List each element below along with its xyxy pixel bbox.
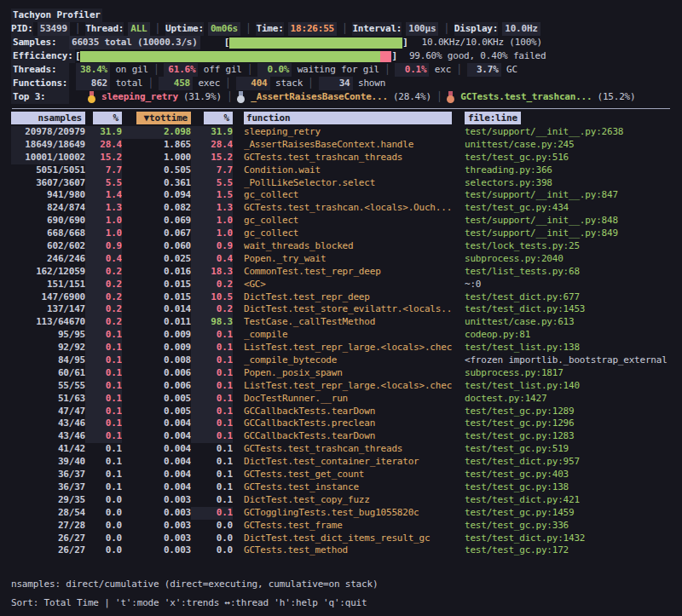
nsamples-cell: 26/27 <box>11 544 85 557</box>
table-row[interactable]: 95/95 0.1 0.009 0.1 _compile codeop.py:8… <box>11 329 671 342</box>
direct-percent-cell: 28.4 <box>85 139 122 152</box>
table-row[interactable]: 690/690 1.0 0.069 1.0 gc_collect test/su… <box>11 215 671 227</box>
table-row[interactable]: 36/37 0.1 0.004 0.1 GCTests.test_get_cou… <box>11 469 671 481</box>
table-row[interactable]: 941/980 1.4 0.094 1.5 gc_collect test/su… <box>11 189 671 202</box>
tottime-cell: 0.005 <box>122 406 191 418</box>
table-row[interactable]: 47/47 0.1 0.005 0.1 GCCallbackTests.tear… <box>11 406 671 418</box>
table-row[interactable]: 60/61 0.1 0.006 0.1 Popen._posix_spawn s… <box>11 367 671 380</box>
table-header: nsamples % ▼tottime % function file:line <box>11 112 671 126</box>
table-row[interactable]: 84/95 0.1 0.008 0.1 _compile_bytecode <f… <box>11 354 671 367</box>
table-row[interactable]: 668/668 1.0 0.067 1.0 gc_collect test/su… <box>11 227 671 240</box>
column-header-function[interactable]: function <box>244 112 452 126</box>
table-row[interactable]: 26/27 0.0 0.003 0.0 GCTests.test_method … <box>11 544 671 557</box>
table-row[interactable]: 20978/20979 31.9 2.098 31.9 sleeping_ret… <box>11 126 671 139</box>
file-line-cell: test/test_gc.py:1289 <box>465 406 671 418</box>
nsamples-cell: 95/95 <box>11 329 85 342</box>
thread-stat-value: 0.0% <box>257 63 292 77</box>
column-header-cumulative-percent[interactable]: % <box>191 112 233 126</box>
functions-line: Functions: 862 total │ 458 exec │ 404 st… <box>11 77 671 90</box>
function-name-cell: GCTests.test_method <box>244 544 452 557</box>
table-row[interactable]: 246/246 0.4 0.025 0.4 Popen._try_wait su… <box>11 253 671 266</box>
function-stat-text: exec <box>193 78 220 89</box>
nsamples-cell: 43/46 <box>11 417 85 430</box>
cumulative-percent-cell: 15.2 <box>191 152 233 164</box>
nsamples-cell: 10001/10002 <box>11 152 85 164</box>
table-row[interactable]: 137/147 0.2 0.014 0.2 DictTest.test_stor… <box>11 303 671 316</box>
table-row[interactable]: 43/46 0.1 0.004 0.1 GCCallbackTests.prec… <box>11 417 671 430</box>
threads-label: Threads: <box>11 63 69 77</box>
tottime-cell: 0.009 <box>122 329 191 342</box>
table-row[interactable]: 43/46 0.1 0.004 0.1 GCCallbackTests.tear… <box>11 430 671 443</box>
cumulative-percent-cell: 0.1 <box>191 443 233 456</box>
tottime-cell: 0.005 <box>122 393 191 406</box>
table-row[interactable]: 10001/10002 15.2 1.000 15.2 GCTests.test… <box>11 152 671 164</box>
table-row[interactable]: 27/28 0.0 0.003 0.0 GCTests.test_frame t… <box>11 520 671 533</box>
table-row[interactable]: 824/874 1.3 0.082 1.3 GCTests.test_trash… <box>11 202 671 215</box>
tottime-cell: 0.016 <box>122 266 191 279</box>
table-row[interactable]: 602/602 0.9 0.060 0.9 wait_threads_block… <box>11 240 671 253</box>
table-row[interactable]: 151/151 0.2 0.015 0.2 <GC> ~:0 <box>11 279 671 291</box>
info-value: 53499 <box>38 22 70 36</box>
column-header-nsamples[interactable]: nsamples <box>11 112 85 126</box>
info-value: 10.0Hz <box>502 22 540 36</box>
function-name-cell: GCTogglingTests.test_bug1055820c <box>244 507 452 520</box>
column-header-file-line[interactable]: file:line <box>465 112 671 126</box>
table-row[interactable]: 147/6900 0.2 0.015 10.5 DictTest.test_re… <box>11 291 671 304</box>
thread-stat-value: 38.4% <box>76 63 110 77</box>
table-row[interactable]: 92/92 0.1 0.009 0.1 ListTest.test_repr_l… <box>11 342 671 354</box>
column-header-direct-percent[interactable]: % <box>85 112 122 126</box>
table-row[interactable]: 18649/18649 28.4 1.865 28.4 _AssertRaise… <box>11 139 671 152</box>
table-row[interactable]: 55/55 0.1 0.006 0.1 ListTest.test_repr_l… <box>11 380 671 393</box>
function-stat-value: 862 <box>76 77 110 90</box>
column-header-tottime-sorted[interactable]: ▼tottime <box>122 112 191 126</box>
cumulative-percent-cell: 31.9 <box>191 126 233 139</box>
info-item: Time: 18:26:55 │ <box>256 22 352 36</box>
direct-percent-cell: 0.4 <box>85 253 122 266</box>
file-line-cell: test/support/__init__.py:849 <box>465 227 671 240</box>
direct-percent-cell: 0.1 <box>85 354 122 367</box>
table-row[interactable]: 28/54 0.0 0.003 0.1 GCTogglingTests.test… <box>11 507 671 520</box>
direct-percent-cell: 0.0 <box>85 507 122 520</box>
table-row[interactable]: 113/64670 0.2 0.011 98.3 TestCase._callT… <box>11 316 671 329</box>
nsamples-cell: 84/95 <box>11 354 85 367</box>
table-row[interactable]: 51/63 0.1 0.005 0.1 DocTestRunner.__run … <box>11 393 671 406</box>
function-name-cell: <GC> <box>244 279 452 291</box>
threads-line: Threads: 38.4% on gil │ 61.6% off gil │ … <box>11 63 671 77</box>
table-row[interactable]: 26/27 0.0 0.003 0.0 DictTest.test_dict_i… <box>11 533 671 545</box>
file-line-cell: test/test_gc.py:138 <box>465 481 671 494</box>
function-name-cell: _compile_bytecode <box>244 354 452 367</box>
function-stat: 862 total <box>76 77 143 90</box>
efficiency-failed-segment <box>380 51 391 62</box>
info-label: PID: <box>11 22 33 36</box>
cumulative-percent-cell: 0.1 <box>191 342 233 354</box>
thread-stat: 61.6% off gil <box>164 63 241 77</box>
separator: │ <box>150 22 165 36</box>
direct-percent-cell: 0.2 <box>85 266 122 279</box>
direct-percent-cell: 5.5 <box>85 177 122 190</box>
table-row[interactable]: 3607/3607 5.5 0.361 5.5 _PollLikeSelecto… <box>11 177 671 190</box>
direct-percent-cell: 0.1 <box>85 481 122 494</box>
cumulative-percent-cell: 28.4 <box>191 139 233 152</box>
nsamples-cell: 162/12059 <box>11 266 85 279</box>
tottime-cell: 0.004 <box>122 417 191 430</box>
function-name-cell: Popen._posix_spawn <box>244 367 452 380</box>
medal-icon <box>237 91 245 103</box>
function-name-cell: Condition.wait <box>244 164 452 177</box>
table-row[interactable]: 162/12059 0.2 0.016 18.3 CommonTest.test… <box>11 266 671 279</box>
table-row[interactable]: 36/37 0.1 0.004 0.1 GCTests.test_instanc… <box>11 481 671 494</box>
file-line-cell: subprocess.py:1817 <box>465 367 671 380</box>
direct-percent-cell: 7.7 <box>85 164 122 177</box>
cumulative-percent-cell: 1.3 <box>191 202 233 215</box>
file-line-cell: test/test_gc.py:516 <box>465 152 671 164</box>
separator: │ <box>379 63 395 77</box>
cumulative-percent-cell: 0.0 <box>191 544 233 557</box>
table-row[interactable]: 29/35 0.0 0.003 0.1 DictTest.test_copy_f… <box>11 494 671 507</box>
table-row[interactable]: 5051/5051 7.7 0.505 7.7 Condition.wait t… <box>11 164 671 177</box>
table-row[interactable]: 41/42 0.1 0.004 0.1 GCTests.test_trashca… <box>11 443 671 456</box>
function-name-cell: CommonTest.test_repr_deep <box>244 266 452 279</box>
cumulative-percent-cell: 0.1 <box>191 380 233 393</box>
nsamples-cell: 824/874 <box>11 202 85 215</box>
direct-percent-cell: 0.1 <box>85 417 122 430</box>
tottime-cell: 0.004 <box>122 481 191 494</box>
table-row[interactable]: 39/40 0.1 0.004 0.1 DictTest.test_contai… <box>11 456 671 469</box>
